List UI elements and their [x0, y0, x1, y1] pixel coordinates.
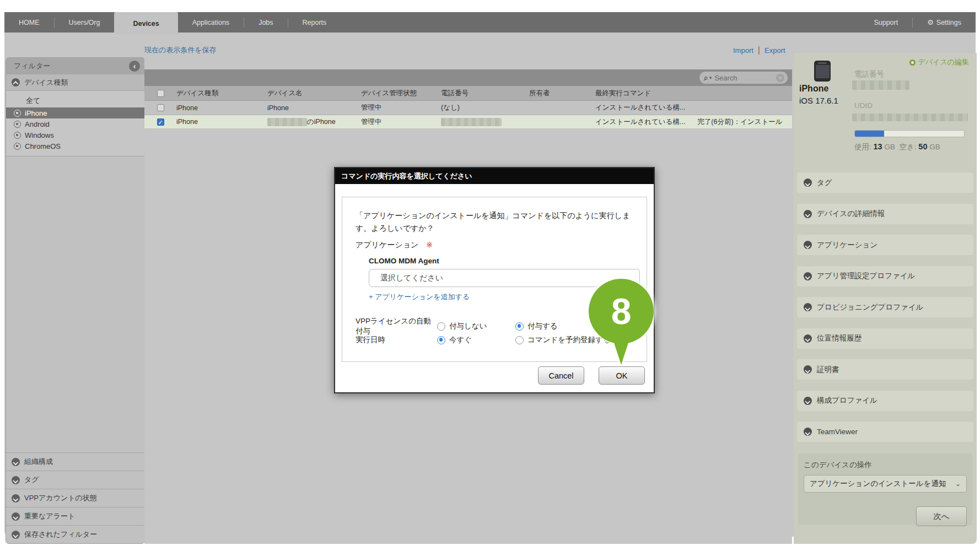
section-location-history[interactable]: 位置情報履歴: [797, 328, 973, 349]
section-important-alerts[interactable]: 重要なアラート: [6, 507, 144, 525]
sidebar-collapse-button[interactable]: ‹: [129, 61, 140, 72]
device-type-all[interactable]: 全て: [6, 94, 144, 107]
tab-applications[interactable]: Applications: [178, 12, 244, 33]
gear-icon: ⚙: [927, 18, 934, 26]
filter-radio-icon: [14, 143, 21, 150]
section-certificates[interactable]: 証明書: [797, 359, 973, 380]
column-header[interactable]: 所有者: [529, 89, 595, 98]
section-provisioning-profile[interactable]: プロビジョニングプロファイル: [797, 297, 973, 317]
row-checkbox-checked[interactable]: ✓: [157, 118, 164, 126]
radio-selected-icon[interactable]: [437, 336, 445, 344]
dialog-title: コマンドの実行内容を選択してください: [335, 168, 654, 184]
tab-devices[interactable]: Devices: [114, 12, 177, 35]
storage-progress-bar: [854, 130, 965, 137]
cancel-button[interactable]: Cancel: [538, 366, 584, 385]
section-device-details[interactable]: デバイスの詳細情報: [797, 204, 973, 224]
tab-jobs[interactable]: Jobs: [244, 12, 287, 33]
column-header[interactable]: デバイス管理状態: [361, 89, 441, 98]
free-unit: GB: [929, 143, 940, 151]
chevron-down-icon: [804, 397, 812, 405]
search-clear-icon[interactable]: ✕: [776, 74, 784, 82]
chevron-down-icon: [804, 365, 812, 374]
radio-selected-icon[interactable]: [515, 322, 524, 331]
tab-home[interactable]: HOME: [4, 12, 54, 33]
section-organization[interactable]: 組織構成: [6, 452, 144, 471]
redacted-udid-value: [852, 114, 968, 121]
device-type-section-header[interactable]: デバイス種類: [6, 74, 144, 91]
export-link[interactable]: Export: [764, 46, 785, 55]
column-header[interactable]: 電話番号: [441, 89, 529, 98]
vpp-option-no[interactable]: 付与しない: [437, 321, 502, 331]
column-header[interactable]: 最終実行コマンド: [595, 89, 792, 98]
agent-name-label: CLOMO MDM Agent: [369, 257, 439, 265]
step-badge-pointer: [612, 336, 631, 365]
row-checkbox[interactable]: [157, 104, 164, 111]
edit-device-icon: [909, 60, 916, 66]
chevron-down-icon: [804, 334, 812, 343]
radio-unselected-icon[interactable]: [515, 336, 524, 344]
top-navbar: HOME Users/Org Devices Applications Jobs…: [4, 12, 976, 33]
chevron-down-icon: [12, 494, 20, 503]
cell-device-name: のiPhone: [267, 117, 361, 127]
chevron-down-icon: [12, 531, 20, 539]
column-header[interactable]: デバイス名: [267, 89, 361, 98]
schedule-option-now[interactable]: 今すぐ: [437, 335, 502, 345]
required-mark: ※: [426, 240, 433, 249]
device-type-windows[interactable]: Windows: [6, 129, 144, 141]
vpp-option-yes[interactable]: 付与する: [515, 321, 558, 331]
chevron-down-icon: [12, 512, 20, 521]
vpp-license-label: VPPライセンスの自動付与: [356, 316, 437, 336]
table-row-selected[interactable]: ✓ iPhone のiPhone 管理中 インストールされている構... 完了(…: [144, 115, 792, 128]
device-actions-box: このデバイスの操作 アプリケーションのインストールを通知 ⌄ 次へ: [798, 453, 972, 525]
action-select[interactable]: アプリケーションのインストールを通知 ⌄: [804, 475, 967, 493]
device-type-header-label: デバイス種類: [24, 78, 68, 88]
table-header-row: デバイス種類 デバイス名 デバイス管理状態 電話番号 所有者 最終実行コマンド: [144, 86, 792, 101]
section-teamviewer[interactable]: TeamViewer: [797, 422, 973, 442]
settings-link[interactable]: ⚙ Settings: [913, 18, 976, 26]
cell-phone: (なし): [441, 103, 529, 112]
search-caret-icon: ▾: [709, 75, 712, 80]
radio-label: 付与しない: [449, 321, 487, 331]
chevron-down-icon: [12, 476, 20, 484]
link-separator: |: [758, 45, 760, 55]
next-button[interactable]: 次へ: [916, 506, 967, 526]
free-value: 50: [918, 142, 927, 151]
section-tags[interactable]: タグ: [6, 471, 144, 489]
section-app-config-profile[interactable]: アプリ管理設定プロファイル: [797, 266, 973, 287]
actions-label: このデバイスの操作: [804, 460, 967, 470]
section-vpp-account[interactable]: VPPアカウントの状態: [6, 489, 144, 507]
import-link[interactable]: Import: [733, 46, 753, 55]
add-application-link[interactable]: + アプリケーションを追加する: [369, 292, 470, 302]
free-label: 空き:: [899, 143, 916, 151]
ok-button[interactable]: OK: [599, 366, 645, 385]
tab-reports[interactable]: Reports: [288, 12, 341, 33]
section-saved-filters[interactable]: 保存されたフィルター: [6, 525, 144, 543]
section-label: 保存されたフィルター: [24, 530, 97, 539]
select-all-checkbox[interactable]: [157, 90, 164, 97]
edit-device-link[interactable]: デバイスの編集: [909, 57, 969, 67]
table-toolbar: ⌕ ▾ Search ✕: [144, 69, 792, 86]
cell-device-type: iPhone: [176, 104, 267, 112]
device-type-iphone[interactable]: iPhone: [6, 107, 144, 118]
redacted-phone-value: [852, 80, 909, 90]
command-result-text: 完了(6分前)：インストール: [697, 117, 782, 127]
column-header[interactable]: デバイス種類: [176, 89, 267, 98]
device-type-android[interactable]: Android: [6, 118, 144, 129]
section-label: タグ: [24, 475, 39, 485]
section-config-profile[interactable]: 構成プロファイル: [797, 391, 973, 411]
table-row[interactable]: iPhone iPhone 管理中 (なし) インストールされている構...: [144, 101, 792, 115]
filter-title: フィルター: [14, 61, 50, 71]
device-type-chromeos[interactable]: ChromeOS: [6, 141, 144, 152]
search-placeholder: Search: [714, 74, 737, 82]
device-name-suffix: のiPhone: [307, 117, 336, 127]
select-chevron-icon: ⌄: [955, 480, 961, 488]
save-current-view-link[interactable]: 現在の表示条件を保存: [144, 45, 217, 55]
radio-unselected-icon[interactable]: [437, 322, 445, 331]
dialog-message: 「アプリケーションのインストールを通知」コマンドを以下のように実行します。よろし…: [356, 209, 634, 235]
tab-users-org[interactable]: Users/Org: [55, 12, 115, 33]
section-tags[interactable]: タグ: [797, 172, 973, 193]
cell-device-name: iPhone: [267, 104, 361, 112]
search-input[interactable]: ⌕ ▾ Search ✕: [699, 72, 788, 84]
support-link[interactable]: Support: [859, 19, 912, 26]
section-applications[interactable]: アプリケーション: [797, 235, 973, 255]
